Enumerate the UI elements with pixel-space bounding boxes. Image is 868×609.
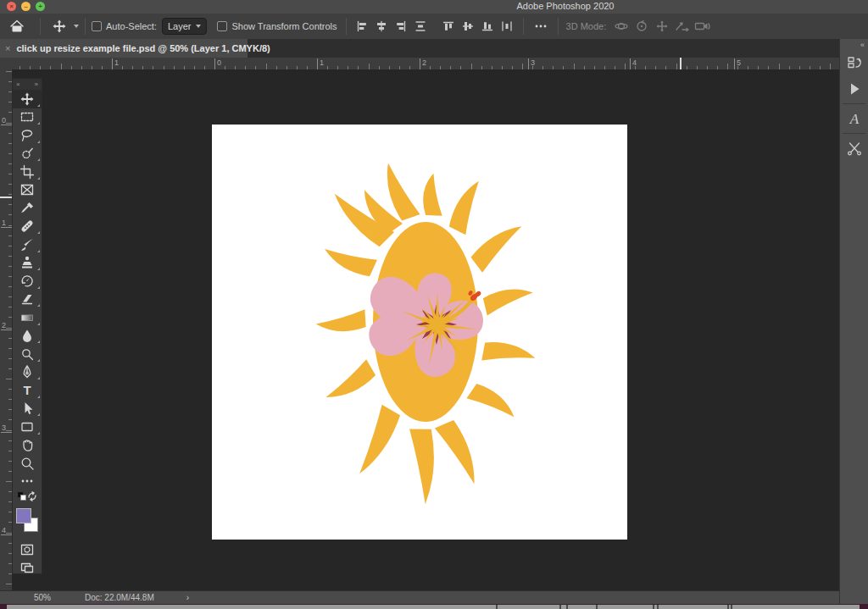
panel-close-icon[interactable]: × <box>16 80 20 88</box>
dodge-tool[interactable] <box>13 345 42 363</box>
align-buttons-group <box>353 20 517 32</box>
align-center-h-icon <box>376 20 387 32</box>
hand-tool[interactable] <box>13 436 42 455</box>
traffic-light-zoom-button[interactable]: + <box>36 2 45 11</box>
slide-3d-button[interactable] <box>672 19 693 33</box>
path-selection-tool[interactable] <box>13 400 42 418</box>
roll-3d-icon <box>634 19 649 33</box>
ruler-major-tick <box>1 125 12 125</box>
traffic-light-minimize-button[interactable]: – <box>21 2 31 11</box>
align-top-button[interactable] <box>439 20 459 32</box>
tool-presets-panel-button[interactable] <box>840 136 868 161</box>
zoom-level-field[interactable]: 50% <box>34 593 51 602</box>
foreground-color-swatch[interactable] <box>16 508 31 523</box>
home-button[interactable] <box>0 19 34 34</box>
show-transform-option[interactable]: Show Transform Controls <box>217 21 337 31</box>
ruler-tick <box>6 481 12 482</box>
ruler-number: 1 <box>320 58 324 67</box>
show-transform-checkbox[interactable] <box>217 21 227 31</box>
auto-select-checkbox[interactable] <box>92 21 102 31</box>
blur-tool[interactable] <box>13 327 42 346</box>
distribute-v-button[interactable] <box>411 20 431 32</box>
move-tool[interactable] <box>13 90 42 108</box>
chevron-down-icon <box>74 25 79 28</box>
options-bar: Auto-Select: Layer Show Transform Contro… <box>0 14 868 40</box>
separator <box>85 18 86 35</box>
align-right-button[interactable] <box>392 20 411 32</box>
auto-select-label: Auto-Select: <box>106 21 157 31</box>
type-tool[interactable]: T <box>13 381 42 400</box>
horizontal-ruler[interactable]: 1012345 <box>12 58 839 70</box>
status-popup-chevron[interactable]: › <box>186 593 189 602</box>
cursor-position-marker <box>680 58 682 69</box>
rectangle-tool[interactable] <box>13 418 42 436</box>
frame-tool[interactable] <box>13 181 42 200</box>
align-center-h-button[interactable] <box>372 20 392 32</box>
align-bottom-button[interactable] <box>478 20 498 32</box>
auto-select-option[interactable]: Auto-Select: Layer <box>92 18 207 35</box>
ruler-tick <box>6 123 12 124</box>
tool-flyout-indicator <box>37 268 40 270</box>
clone-stamp-tool[interactable] <box>13 254 42 273</box>
ruler-number: 4 <box>2 526 6 534</box>
blur-icon <box>19 328 35 343</box>
object-selection-tool[interactable] <box>13 145 42 163</box>
desktop-window-edge <box>566 605 568 609</box>
roll-3d-button[interactable] <box>632 19 652 33</box>
history-panel-button[interactable] <box>840 51 868 76</box>
panel-expand-icon[interactable]: » <box>35 80 38 88</box>
status-bar: 50% Doc: 22.0M/44.8M › <box>0 590 839 604</box>
tab-close-icon[interactable]: × <box>5 43 10 53</box>
edit-toolbar-icon <box>19 473 35 489</box>
brush-tool[interactable] <box>13 235 42 254</box>
quick-mask-button[interactable] <box>13 540 42 559</box>
zoom-tool[interactable] <box>13 454 42 473</box>
swap-colors-icon[interactable] <box>27 491 37 501</box>
default-colors-icon[interactable] <box>17 491 27 501</box>
actions-panel-button[interactable] <box>840 76 868 102</box>
ruler-number: 4 <box>632 58 637 67</box>
document-tab[interactable]: × click up resize example file.psd @ 50%… <box>0 39 248 58</box>
rectangular-marquee-tool[interactable] <box>13 108 42 127</box>
auto-select-target-dropdown[interactable]: Layer <box>162 18 208 35</box>
object-selection-icon <box>19 146 35 161</box>
document-canvas[interactable] <box>212 125 627 540</box>
vertical-ruler[interactable]: 01234 <box>0 69 13 590</box>
panel-dock: « A <box>839 39 868 604</box>
rectangle-icon <box>19 419 35 435</box>
spot-healing-brush-tool[interactable] <box>13 218 42 236</box>
gradient-icon <box>19 310 35 325</box>
align-middle-button[interactable] <box>459 20 478 32</box>
align-left-button[interactable] <box>353 20 372 32</box>
ruler-origin-box[interactable] <box>0 58 13 70</box>
pan-3d-button[interactable] <box>652 19 672 33</box>
pen-tool[interactable] <box>13 363 42 382</box>
crop-tool[interactable] <box>13 163 42 181</box>
camera-3d-button[interactable] <box>693 19 713 33</box>
tool-list: T <box>13 90 42 490</box>
character-panel-button[interactable]: A <box>840 106 868 131</box>
screen-mode-button[interactable] <box>13 559 42 578</box>
tool-flyout-indicator <box>37 250 40 252</box>
brush-icon <box>19 237 35 252</box>
ruler-tick <box>625 64 626 69</box>
lasso-tool[interactable] <box>13 126 42 145</box>
traffic-light-close-button[interactable]: × <box>7 2 16 11</box>
tool-presets-panel-icon <box>846 140 863 157</box>
ruler-major-tick <box>1 432 12 433</box>
separator <box>40 18 41 35</box>
eyedropper-tool[interactable] <box>13 199 42 218</box>
orbit-3d-button[interactable] <box>611 19 632 33</box>
eraser-tool[interactable] <box>13 291 42 309</box>
ruler-tick <box>6 379 12 379</box>
history-brush-tool[interactable] <box>13 272 42 291</box>
history-brush-icon <box>19 274 35 289</box>
tool-flyout-indicator <box>37 432 40 435</box>
more-options-button[interactable] <box>530 19 552 34</box>
desktop-edge-strip <box>0 604 868 609</box>
tool-preset-picker[interactable] <box>52 19 79 34</box>
expand-panels-icon[interactable]: « <box>840 39 868 51</box>
distribute-h-button[interactable] <box>498 20 517 32</box>
gradient-tool[interactable] <box>13 308 42 327</box>
edit-toolbar-tool[interactable] <box>13 473 42 491</box>
